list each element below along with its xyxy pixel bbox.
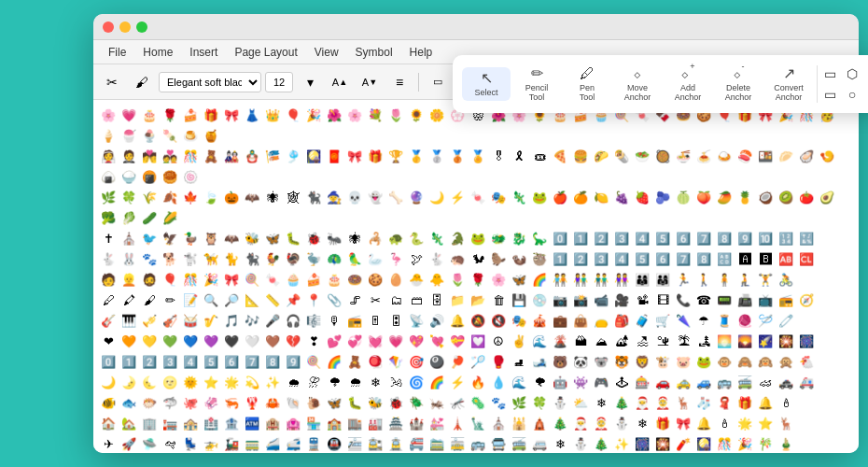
- emoji-row-5: 🐇🐰🐾🐕🐩🦮🐈🐈‍⬛🐓🦃🦤🦚🦜🦢🦩🕊🐇🦔🐿🦫🦦🦥 1️⃣2️⃣3️⃣4️⃣5️⃣…: [99, 249, 853, 268]
- pencil-tool[interactable]: ✏ PencilTool: [512, 63, 561, 106]
- font-size-input[interactable]: [265, 72, 293, 92]
- add-anchor-tool[interactable]: ⬦+ AddAnchor: [664, 63, 712, 106]
- emoji-row-4: ✝⛪🐦🦅🦆🦉🦇🐝🦋🐛🐞🐜🕷🦂🐢🐍🦎🐊🐸🐲🐉🦕 0️⃣1️⃣2️⃣3️⃣4️⃣5️…: [99, 229, 853, 248]
- hex-shape-btn[interactable]: ⬡: [844, 65, 861, 82]
- emoji-row-13: 🏠🏡🏢🏣🏤🏥🏦🏧🏨🏩🏪🏫🏬🏭🏯🏰💒🗼🗽⛪🕌🛕 🎄🎅🤶⛄❄🎁🎀🔔🕯🌟⭐🦌: [99, 414, 853, 432]
- emoji-row-12: 🐠🐟🐡🦈🐙🦑🦐🦞🦀🐚🐌🦋🐛🐝🐞🪲🦗🦟🦠🐾🌿🍀 ⛄⛅❄🎄🎅🤶🦌🧦🧣🎁🔔🕯: [99, 393, 853, 412]
- font-increase-button[interactable]: A▲: [327, 69, 353, 95]
- delete-anchor-label: DeleteAnchor: [725, 83, 752, 102]
- circle-shape-btn[interactable]: ○: [844, 86, 861, 103]
- pen-tools-panel: ↖ Select ✏ PencilTool 🖊 PenTool ⬦ MoveAn…: [453, 55, 868, 113]
- select-tool[interactable]: ↖ Select: [462, 67, 511, 101]
- emoji-row-6: 🧑👱🧔🎈🎊🎉🎀🍭🍬🧁🍰🎂🍩🍪🥚🐣🐥🌷🌹🌸🦋🌈 🧑‍🤝‍🧑👫👬👭👨‍👩‍👦👨‍👩‍…: [99, 270, 853, 289]
- menu-file[interactable]: File: [101, 44, 133, 61]
- select-icon: ↖: [481, 71, 493, 86]
- menu-page-layout[interactable]: Page Layout: [227, 44, 304, 61]
- rect2-shape-btn[interactable]: ▭: [821, 86, 838, 103]
- pen-tools-row: ↖ Select ✏ PencilTool 🖊 PenTool ⬦ MoveAn…: [462, 63, 868, 106]
- pencil-icon: ✏: [531, 66, 543, 81]
- add-anchor-icon: ⬦+: [680, 66, 694, 81]
- minimize-button[interactable]: [119, 21, 131, 33]
- delete-anchor-tool[interactable]: ⬦- DeleteAnchor: [714, 63, 763, 106]
- font-decrease-button[interactable]: A▼: [357, 69, 383, 95]
- convert-anchor-tool[interactable]: ↗ ConvertAnchor: [764, 63, 813, 106]
- canvas[interactable]: 🌸💗🎂🌹🍰🎁🎀👗👑🎈🎉🌺🌸💐🌷🌻🌼💮🏵🌺🌸🌻 🎂🍰🧁🍭🍬🍫🍩🍪🎈🎁🎀🎉🎊🥳🍦🍧🍨…: [93, 100, 859, 453]
- pen-tool[interactable]: 🖊 PenTool: [563, 63, 611, 106]
- emoji-grid-container: 🌸💗🎂🌹🍰🎁🎀👗👑🎈🎉🌺🌸💐🌷🌻🌼💮🏵🌺🌸🌻 🎂🍰🧁🍭🍬🍫🍩🍪🎈🎁🎀🎉🎊🥳🍦🍧🍨…: [93, 100, 859, 453]
- toolbar-separator-1: [418, 73, 419, 92]
- maximize-button[interactable]: [136, 21, 147, 33]
- convert-anchor-label: ConvertAnchor: [774, 83, 804, 102]
- rect-shape-btn[interactable]: ▭: [821, 65, 838, 82]
- font-selector[interactable]: Elegant soft black: [159, 72, 261, 92]
- select-label: Select: [474, 88, 497, 97]
- move-anchor-tool[interactable]: ⬦ MoveAnchor: [613, 63, 662, 106]
- convert-anchor-icon: ↗: [783, 66, 795, 81]
- rectangle-tool-btn[interactable]: ▭: [425, 69, 451, 95]
- emoji-row-11: 🌙🌛🌜🌝🌞⭐🌟💫✨🌧⛈🌩🌨❄🌬🌀🌈⚡🔥💧🌊🌪 🤖👾🎮🕹🎰🚗🚕🚙🚌🚎🏎🚓🚑: [99, 373, 853, 391]
- content-area: 🌸💗🎂🌹🍰🎁🎀👗👑🎈🎉🌺🌸💐🌷🌻🌼💮🏵🌺🌸🌻 🎂🍰🧁🍭🍬🍫🍩🍪🎈🎁🎀🎉🎊🥳🍦🍧🍨…: [93, 100, 859, 453]
- format-painter-button[interactable]: 🖌: [129, 69, 155, 95]
- emoji-row-10: 0️⃣1️⃣2️⃣3️⃣4️⃣5️⃣6️⃣7️⃣8️⃣9️⃣🍭🌈🧸🪀🪁🎯🎱🏓🏸🥊…: [99, 352, 853, 371]
- move-anchor-icon: ⬦: [633, 66, 642, 81]
- pencil-label: PencilTool: [525, 83, 549, 102]
- close-button[interactable]: [103, 21, 114, 33]
- emoji-row-3: 🌿🍀🌾🍂🍁🍃🎃🦇🕷🕸🐈‍⬛🧙💀👻🦴🔮🌙⚡🍬🎭🦎🐸 🍎🍊🍋🍇🍓🫐🍈🍑🥭🍍🥥🥝🍅🥑🥦…: [99, 188, 853, 227]
- font-size-dropdown[interactable]: ▾: [297, 69, 323, 95]
- shape-buttons-column: ▭ ⬡ ☆ ╱ ▭ ○ ⌒ ◎: [821, 65, 868, 103]
- menu-help[interactable]: Help: [402, 44, 441, 61]
- menu-insert[interactable]: Insert: [182, 44, 225, 61]
- shape-row-2: ▭ ○ ⌒ ◎: [821, 86, 868, 103]
- menu-view[interactable]: View: [307, 44, 346, 61]
- emoji-row-9: ❤🧡💛💚💙💜🖤🤍🤎💔❣💕💞💓💗💖💘💝💟☮✌🌊 🌋🏔⛰🏕🏖🏜🏝🏞🌅🌄🌠🎇🎆: [99, 332, 853, 350]
- pen-icon: 🖊: [580, 66, 595, 81]
- cut-button[interactable]: ✂: [99, 69, 125, 95]
- emoji-row-2: 👰🤵💏💑🎊🧸🎎🪆🎏🎐🎑🧧🎀🎁🏆🥇🥈🥉🏅🎖🎗🎟 🍕🍔🌮🌯🥗🥘🍜🍝🍛🍣🍱🥟🦪🍤🍙🍚🍘…: [99, 147, 853, 186]
- title-bar: [93, 14, 859, 40]
- emoji-row-7: 🖊🖍🖌✏📝🔍🔎📐📏📌📍📎🖇✂🗂🗃🗄📁📂🗑💾💿 📷📸📹🎥📽🎞📞☎📟📠📺📻🧭: [99, 290, 853, 309]
- move-anchor-label: MoveAnchor: [624, 83, 651, 102]
- align-button[interactable]: ≡: [386, 69, 413, 95]
- delete-anchor-icon: ⬦-: [733, 66, 745, 81]
- emoji-row-8: 🎸🎹🎺🎻🥁🎷🎵🎶🎤🎧🎼🎙📻🎚🎛📡🔊🔔🔕🔇🎭🎪 💼👜👝🎒🧳🛒🌂☂🧵🧶🪡🧷: [99, 311, 853, 330]
- pen-label: PenTool: [580, 83, 595, 102]
- ft-separator: [817, 65, 818, 103]
- menu-home[interactable]: Home: [135, 44, 180, 61]
- emoji-row-14: ✈🚀🛸🛩💺🚁🚂🚃🚄🚅🚆🚇🚈🚉🚊🚝🚞🚋🚌🚍🚎🚐 ❄⛄🎄✨🎆🎇🧨🎑🎊🎉🎋🎍: [99, 434, 853, 453]
- add-anchor-label: AddAnchor: [675, 83, 702, 102]
- shape-row-1: ▭ ⬡ ☆ ╱: [821, 65, 868, 82]
- menu-symbol[interactable]: Symbol: [348, 44, 400, 61]
